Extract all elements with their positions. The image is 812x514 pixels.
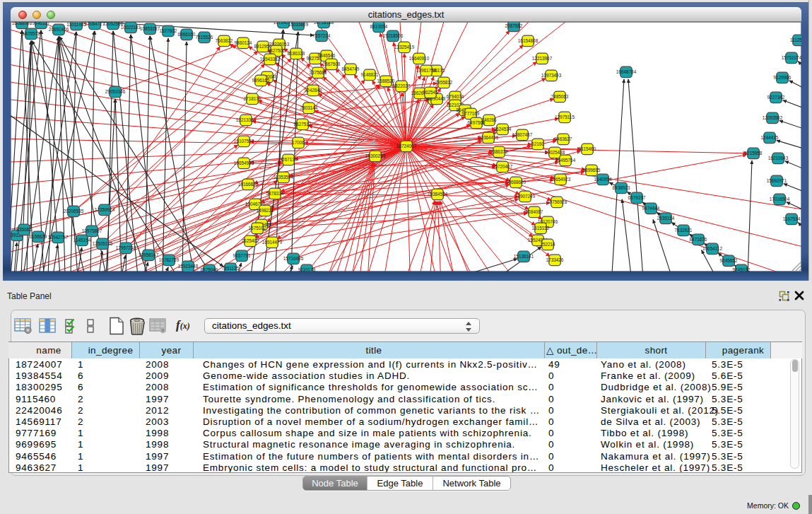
svg-text:2935114: 2935114 [657, 216, 675, 221]
svg-text:18724007: 18724007 [396, 144, 417, 148]
svg-text:19756928: 19756928 [547, 199, 567, 204]
svg-text:9146821: 9146821 [361, 72, 379, 77]
svg-text:10022181: 10022181 [121, 25, 141, 30]
svg-text:962545: 962545 [423, 90, 438, 95]
svg-text:62160: 62160 [531, 141, 544, 146]
svg-text:23495754: 23495754 [555, 158, 576, 163]
svg-text:3375685: 3375685 [310, 70, 327, 75]
svg-text:1640954: 1640954 [594, 177, 612, 182]
svg-text:2087682: 2087682 [505, 23, 523, 28]
svg-text:9245032: 9245032 [733, 267, 751, 271]
svg-text:10853287: 10853287 [140, 26, 160, 31]
svg-text:19218506: 19218506 [383, 33, 404, 38]
svg-text:11353594: 11353594 [273, 175, 293, 180]
svg-text:10718188: 10718188 [314, 22, 334, 25]
svg-text:9129966: 9129966 [774, 75, 792, 80]
svg-text:7663822: 7663822 [216, 38, 233, 43]
svg-text:1588520: 1588520 [377, 78, 395, 83]
svg-text:3267130: 3267130 [280, 157, 298, 162]
svg-text:1244415: 1244415 [761, 135, 779, 140]
svg-text:11011465: 11011465 [66, 22, 86, 27]
svg-text:6966160: 6966160 [178, 32, 196, 37]
svg-text:7632621: 7632621 [675, 228, 693, 233]
svg-text:17359924: 17359924 [95, 207, 115, 212]
svg-text:16154808: 16154808 [518, 38, 539, 43]
svg-text:7851125: 7851125 [222, 266, 240, 271]
svg-text:6794074: 6794074 [447, 94, 464, 99]
svg-text:9463627: 9463627 [555, 136, 572, 141]
svg-text:12093582: 12093582 [763, 115, 783, 120]
svg-text:9546327: 9546327 [33, 22, 50, 25]
svg-text:1733426: 1733426 [546, 257, 564, 262]
svg-text:9110178: 9110178 [298, 267, 316, 271]
svg-text:1575102: 1575102 [249, 226, 266, 230]
svg-text:1156829: 1156829 [30, 234, 47, 239]
svg-text:9846546: 9846546 [318, 53, 336, 58]
svg-text:9899695: 9899695 [583, 168, 601, 173]
svg-text:10973493: 10973493 [541, 73, 562, 78]
svg-text:7386372: 7386372 [490, 149, 508, 154]
svg-text:3624534: 3624534 [494, 127, 512, 132]
svg-text:9657791: 9657791 [233, 253, 251, 258]
svg-text:1145154: 1145154 [73, 238, 91, 243]
svg-text:7485063: 7485063 [551, 94, 569, 99]
svg-text:10688609: 10688609 [506, 180, 526, 185]
svg-text:8813054: 8813054 [370, 24, 388, 29]
svg-text:7515526: 7515526 [196, 35, 213, 40]
svg-text:16107553: 16107553 [234, 139, 254, 144]
svg-text:15692971: 15692971 [767, 178, 787, 183]
svg-text:10961758: 10961758 [416, 68, 437, 73]
svg-text:7955812: 7955812 [435, 80, 453, 85]
svg-text:15136141: 15136141 [514, 254, 534, 259]
svg-text:5878334: 5878334 [266, 191, 284, 196]
svg-text:9227342: 9227342 [767, 95, 785, 100]
svg-text:20364436: 20364436 [478, 135, 499, 140]
svg-text:16088998: 16088998 [12, 22, 33, 25]
svg-text:7625402: 7625402 [242, 238, 259, 243]
svg-text:17957223: 17957223 [116, 245, 136, 250]
svg-text:8186328: 8186328 [288, 51, 305, 56]
svg-text:10975867: 10975867 [82, 228, 102, 233]
svg-text:12213369: 12213369 [236, 117, 257, 122]
svg-text:15716485: 15716485 [283, 256, 304, 261]
svg-text:252214: 252214 [540, 242, 555, 247]
svg-text:9474444: 9474444 [642, 206, 660, 211]
svg-text:9084067: 9084067 [526, 209, 543, 214]
svg-text:15751074: 15751074 [782, 55, 801, 60]
svg-text:9242848: 9242848 [305, 88, 322, 93]
svg-text:1112543: 1112543 [790, 37, 801, 42]
svg-text:10025438: 10025438 [545, 150, 565, 155]
svg-text:16640910: 16640910 [409, 56, 430, 61]
svg-text:16210643: 16210643 [768, 156, 789, 160]
svg-text:13325419: 13325419 [394, 45, 415, 49]
svg-text:1615152: 1615152 [532, 226, 550, 230]
svg-text:8471676: 8471676 [690, 237, 707, 242]
svg-text:10807487: 10807487 [512, 132, 533, 137]
svg-text:19654983: 19654983 [234, 160, 254, 165]
svg-text:20691406: 20691406 [49, 27, 69, 32]
svg-text:9777169: 9777169 [462, 111, 480, 116]
svg-text:2718176: 2718176 [244, 96, 261, 101]
svg-text:1405571: 1405571 [23, 31, 40, 36]
svg-text:2803144: 2803144 [300, 105, 318, 110]
svg-text:6497568: 6497568 [468, 120, 486, 125]
svg-text:17006: 17006 [292, 140, 305, 145]
svg-text:9860124: 9860124 [235, 40, 252, 45]
svg-text:2867608: 2867608 [323, 62, 341, 66]
svg-text:18300295: 18300295 [365, 153, 386, 158]
svg-text:9896165: 9896165 [252, 78, 270, 83]
svg-text:12213967: 12213967 [532, 56, 553, 61]
svg-text:10654112: 10654112 [702, 246, 722, 251]
svg-text:16033809: 16033809 [288, 22, 309, 27]
svg-text:16782759: 16782759 [159, 257, 180, 262]
svg-text:16914479: 16914479 [262, 240, 283, 245]
svg-text:835081: 835081 [16, 227, 32, 232]
svg-text:16648784: 16648784 [616, 69, 637, 74]
svg-text:16543382: 16543382 [260, 57, 281, 62]
svg-text:12923448: 12923448 [178, 264, 199, 269]
svg-text:9245652: 9245652 [720, 258, 738, 263]
svg-text:19384554: 19384554 [428, 192, 448, 197]
svg-text:12942757: 12942757 [48, 235, 69, 240]
svg-text:1527602: 1527602 [160, 28, 177, 33]
svg-text:5215958: 5215958 [745, 151, 763, 156]
